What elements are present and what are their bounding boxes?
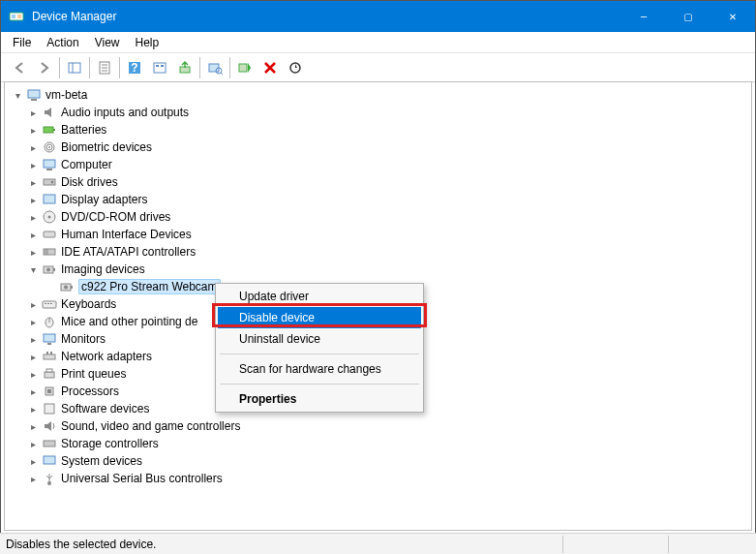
printer-icon [42, 366, 57, 382]
minimize-button[interactable]: ─ [621, 1, 666, 32]
window-title: Device Manager [32, 10, 621, 23]
expand-icon[interactable]: ▸ [26, 437, 40, 450]
svg-rect-52 [44, 354, 55, 359]
svg-text:?: ? [131, 61, 137, 75]
context-separator [220, 354, 419, 354]
svg-rect-12 [156, 65, 159, 67]
context-scan-hardware[interactable]: Scan for hardware changes [218, 358, 421, 380]
tree-root[interactable]: ▾ vm-beta [9, 86, 751, 104]
expand-icon[interactable]: ▸ [26, 402, 40, 416]
tree-category-audio[interactable]: ▸Audio inputs and outputs [9, 104, 751, 121]
toolbar-separator [89, 57, 90, 78]
expand-icon[interactable]: ▸ [26, 123, 40, 137]
expand-icon[interactable]: ▸ [26, 419, 40, 433]
context-disable-device[interactable]: Disable device [218, 307, 421, 328]
toolbar-separator [229, 57, 230, 78]
storage-icon [42, 436, 57, 451]
software-icon [42, 401, 57, 416]
ide-icon [42, 244, 57, 260]
collapse-icon[interactable]: ▾ [26, 262, 40, 276]
toolbar-separator [119, 57, 120, 78]
toolbar-update-driver-button[interactable] [172, 56, 197, 79]
context-menu: Update driver Disable device Uninstall d… [215, 283, 424, 413]
toolbar-enable-device-button[interactable] [232, 56, 257, 79]
system-icon [42, 453, 57, 469]
tree-category-dvd[interactable]: ▸DVD/CD-ROM drives [9, 208, 751, 226]
keyboard-icon [42, 296, 57, 312]
tree-category-system[interactable]: ▸System devices [9, 452, 751, 470]
svg-rect-46 [47, 303, 49, 304]
toolbar-show-hide-console-tree-button[interactable] [62, 56, 87, 79]
svg-point-33 [48, 216, 51, 219]
menu-view[interactable]: View [87, 34, 128, 51]
expand-icon[interactable]: ▸ [26, 367, 40, 381]
svg-rect-23 [53, 129, 55, 131]
tree-category-hid[interactable]: ▸Human Interface Devices [9, 226, 751, 243]
cd-icon [42, 209, 57, 225]
svg-rect-18 [239, 64, 247, 72]
svg-rect-3 [69, 63, 80, 73]
fingerprint-icon [42, 139, 57, 155]
tree-category-batteries[interactable]: ▸Batteries [9, 121, 751, 138]
toolbar-scan-hardware-button[interactable] [202, 56, 227, 79]
toolbar-uninstall-button[interactable] [257, 56, 283, 79]
tree-category-ide[interactable]: ▸IDE ATA/ATAPI controllers [9, 243, 751, 261]
toolbar-forward-button[interactable] [32, 56, 57, 79]
speaker-icon [42, 105, 57, 120]
svg-rect-56 [46, 369, 52, 372]
expand-icon[interactable]: ▸ [26, 297, 40, 311]
menu-file[interactable]: File [5, 34, 39, 51]
expand-icon[interactable]: ▸ [26, 454, 40, 468]
svg-line-17 [221, 73, 223, 75]
tree-category-sound[interactable]: ▸Sound, video and game controllers [9, 417, 751, 435]
expand-icon[interactable]: ▸ [26, 193, 40, 206]
tree-category-display-adapters[interactable]: ▸Display adapters [9, 191, 751, 208]
expand-icon[interactable]: ▸ [26, 350, 40, 363]
tree-category-storage[interactable]: ▸Storage controllers [9, 435, 751, 452]
expand-icon[interactable]: ▸ [26, 245, 40, 259]
expand-icon[interactable]: ▸ [26, 106, 40, 119]
expand-icon[interactable]: ▸ [26, 175, 40, 189]
svg-rect-59 [45, 404, 54, 414]
toolbar-disable-button[interactable] [283, 56, 308, 79]
expand-icon[interactable]: ▸ [26, 210, 40, 224]
tree-category-biometric[interactable]: ▸Biometric devices [9, 138, 751, 156]
expand-icon[interactable]: ▸ [26, 385, 40, 398]
svg-rect-54 [50, 352, 52, 354]
toolbar-separator [59, 57, 60, 78]
expand-icon[interactable]: ▸ [26, 158, 40, 171]
monitor-icon [42, 331, 57, 347]
tree-category-imaging[interactable]: ▾Imaging devices [9, 261, 751, 278]
close-button[interactable]: ✕ [711, 1, 755, 32]
svg-point-39 [46, 268, 50, 272]
maximize-button[interactable]: ▢ [666, 1, 711, 32]
context-uninstall-device[interactable]: Uninstall device [218, 328, 421, 350]
toolbar-properties-button[interactable] [92, 56, 117, 79]
tree-category-computer[interactable]: ▸Computer [9, 156, 751, 173]
collapse-icon[interactable]: ▾ [11, 88, 24, 102]
tree-category-disk-drives[interactable]: ▸Disk drives [9, 173, 751, 191]
svg-rect-61 [44, 456, 55, 464]
menu-action[interactable]: Action [39, 34, 86, 51]
context-properties[interactable]: Properties [218, 388, 421, 410]
svg-rect-60 [44, 441, 55, 446]
toolbar-back-button[interactable] [7, 56, 32, 79]
expand-icon[interactable]: ▸ [26, 472, 40, 485]
toolbar: ? [1, 53, 755, 82]
expand-icon[interactable]: ▸ [26, 315, 40, 328]
svg-point-30 [51, 181, 54, 184]
titlebar: Device Manager ─ ▢ ✕ [1, 1, 755, 32]
expand-icon[interactable]: ▸ [26, 140, 40, 154]
toolbar-show-hidden-button[interactable] [147, 56, 172, 79]
svg-rect-11 [154, 63, 166, 73]
tree-category-usb[interactable]: ▸Universal Serial Bus controllers [9, 470, 751, 487]
computer-icon [42, 157, 57, 172]
svg-rect-43 [71, 286, 73, 289]
expand-icon[interactable]: ▸ [26, 228, 40, 241]
context-separator [220, 384, 419, 385]
context-update-driver[interactable]: Update driver [218, 286, 421, 307]
toolbar-help-button[interactable]: ? [122, 56, 147, 79]
hid-icon [42, 227, 57, 242]
menu-help[interactable]: Help [128, 34, 167, 51]
expand-icon[interactable]: ▸ [26, 332, 40, 346]
